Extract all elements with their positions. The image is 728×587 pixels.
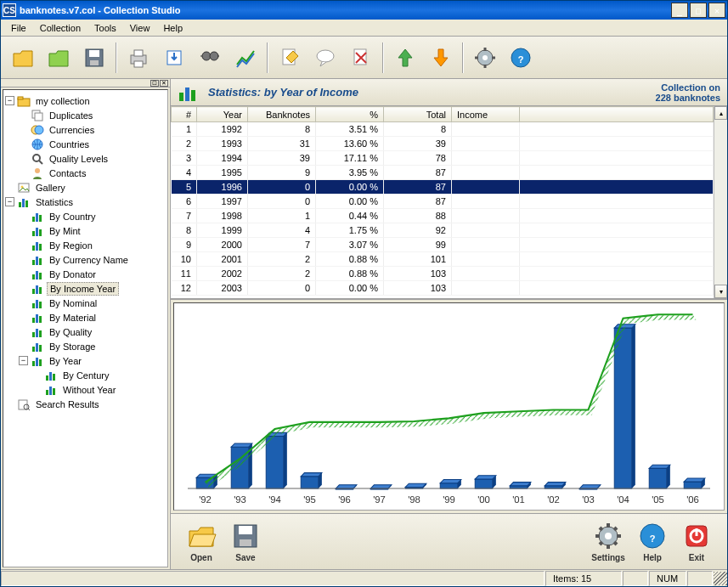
- tree-by-country[interactable]: By Country: [5, 209, 166, 223]
- menu-file[interactable]: File: [4, 21, 33, 35]
- tool-down[interactable]: [424, 41, 458, 75]
- panel-pin-icon[interactable]: ⊡: [150, 80, 159, 87]
- svg-rect-86: [266, 437, 284, 488]
- minimize-button[interactable]: _: [671, 3, 688, 18]
- svg-rect-5: [134, 61, 143, 67]
- svg-rect-4: [134, 50, 143, 56]
- exit-button[interactable]: Exit: [674, 521, 719, 562]
- tool-edit[interactable]: [273, 41, 307, 75]
- table-row[interactable]: 1199283.51 %8: [172, 122, 714, 137]
- tree-contacts[interactable]: Contacts: [5, 166, 166, 180]
- svg-rect-78: [185, 87, 189, 101]
- tool-help[interactable]: ?: [504, 41, 538, 75]
- svg-point-29: [35, 168, 40, 173]
- svg-rect-52: [39, 287, 42, 294]
- svg-marker-111: [545, 483, 566, 486]
- table-row[interactable]: 5199600.00 %87: [172, 180, 714, 195]
- window-title: banknotes.v7.col - Collection Studio: [20, 5, 671, 15]
- table-row[interactable]: 12200300.00 %103: [172, 281, 714, 296]
- tree-by-year[interactable]: −By Year: [5, 353, 166, 368]
- toolbar: ?: [1, 37, 727, 79]
- tree-duplicates[interactable]: Duplicates: [5, 108, 166, 122]
- save-button[interactable]: Save: [223, 521, 268, 562]
- tool-settings[interactable]: [468, 41, 502, 75]
- resize-grip-icon[interactable]: [714, 572, 727, 585]
- tool-newfolder[interactable]: [42, 41, 76, 75]
- open-button[interactable]: Open: [179, 521, 223, 562]
- col-banknotes[interactable]: Banknotes: [248, 107, 316, 122]
- tree-by-nominal[interactable]: By Nominal: [5, 296, 166, 310]
- table-row[interactable]: 9200073.07 %99: [172, 238, 714, 252]
- menu-tools[interactable]: Tools: [87, 21, 123, 35]
- tool-folder[interactable]: [6, 41, 40, 75]
- tree-countries[interactable]: Countries: [5, 137, 166, 151]
- expander-icon[interactable]: −: [5, 96, 14, 105]
- tree-without-year[interactable]: Without Year: [5, 382, 166, 397]
- svg-rect-67: [39, 359, 42, 366]
- help-button[interactable]: ? Help: [630, 521, 674, 562]
- tree-search-results[interactable]: Search Results: [5, 397, 166, 411]
- tree-by-donator[interactable]: By Donator: [5, 267, 166, 281]
- bar: [475, 476, 496, 488]
- x-tick-label: '99: [443, 494, 455, 505]
- bar: [614, 325, 635, 488]
- tool-save[interactable]: [77, 41, 111, 75]
- table-row[interactable]: 7199810.44 %88: [172, 209, 714, 223]
- tree-statistics[interactable]: −Statistics: [5, 195, 166, 209]
- table-row[interactable]: 8199941.75 %92: [172, 223, 714, 238]
- svg-rect-127: [239, 526, 252, 534]
- tool-print[interactable]: [121, 41, 155, 75]
- scroll-down-icon[interactable]: ▾: [714, 285, 727, 298]
- tree-label: By Income Year: [47, 282, 119, 296]
- tree-by-material[interactable]: By Material: [5, 310, 166, 325]
- table-row[interactable]: 219933113.60 %39: [172, 137, 714, 151]
- svg-rect-38: [32, 231, 35, 236]
- tool-clear[interactable]: [344, 41, 378, 75]
- settings-button[interactable]: Settings: [586, 521, 630, 562]
- data-table[interactable]: #YearBanknotes%TotalIncome 1199283.51 %8…: [171, 106, 714, 296]
- svg-rect-21: [18, 97, 23, 99]
- menu-collection[interactable]: Collection: [33, 21, 87, 35]
- close-button[interactable]: ✕: [708, 3, 725, 18]
- table-row[interactable]: 319943917.11 %78: [172, 151, 714, 166]
- svg-rect-35: [32, 217, 35, 222]
- col-year[interactable]: Year: [197, 107, 248, 122]
- menu-help[interactable]: Help: [156, 21, 189, 35]
- tree-by-income-year[interactable]: By Income Year: [5, 281, 166, 296]
- menu-view[interactable]: View: [123, 21, 157, 35]
- scroll-up-icon[interactable]: ▴: [714, 106, 727, 120]
- tool-comment[interactable]: [308, 41, 342, 75]
- tool-chart[interactable]: [229, 41, 262, 75]
- tree-by-currency-name[interactable]: By Currency Name: [5, 252, 166, 267]
- tree-quality-levels[interactable]: Quality Levels: [5, 151, 166, 166]
- tree-by-storage[interactable]: By Storage: [5, 339, 166, 353]
- col-income[interactable]: Income: [452, 107, 520, 122]
- tree-by-region[interactable]: By Region: [5, 238, 166, 252]
- tree-by-century[interactable]: By Century: [5, 368, 166, 382]
- tool-export[interactable]: [157, 41, 191, 75]
- tree-my-collection[interactable]: −my collection: [5, 93, 166, 108]
- col-[interactable]: %: [316, 107, 384, 122]
- expander-icon[interactable]: −: [5, 197, 14, 206]
- tree-by-mint[interactable]: By Mint: [5, 223, 166, 238]
- table-row[interactable]: 6199700.00 %87: [172, 195, 714, 209]
- tree-by-quality[interactable]: By Quality: [5, 325, 166, 339]
- col-total[interactable]: Total: [384, 107, 452, 122]
- col-[interactable]: #: [172, 107, 197, 122]
- tree-currencies[interactable]: Currencies: [5, 122, 166, 137]
- expander-icon[interactable]: −: [19, 356, 28, 365]
- x-tick-label: '95: [303, 494, 316, 505]
- panel-close-icon[interactable]: ✕: [160, 80, 168, 87]
- table-row[interactable]: 10200120.88 %101: [172, 252, 714, 267]
- svg-marker-96: [370, 485, 392, 488]
- x-tick-label: '03: [582, 494, 595, 505]
- table-row[interactable]: 11200220.88 %103: [172, 267, 714, 281]
- maximize-button[interactable]: □: [690, 3, 707, 18]
- tree-gallery[interactable]: Gallery: [5, 180, 166, 195]
- tool-up[interactable]: [388, 41, 422, 75]
- table-row[interactable]: 4199593.95 %87: [172, 166, 714, 180]
- stats-icon: [178, 82, 198, 103]
- scrollbar[interactable]: ▴ ▾: [714, 106, 727, 298]
- tool-find[interactable]: [193, 41, 227, 75]
- tree[interactable]: −my collectionDuplicatesCurrenciesCountr…: [3, 89, 168, 567]
